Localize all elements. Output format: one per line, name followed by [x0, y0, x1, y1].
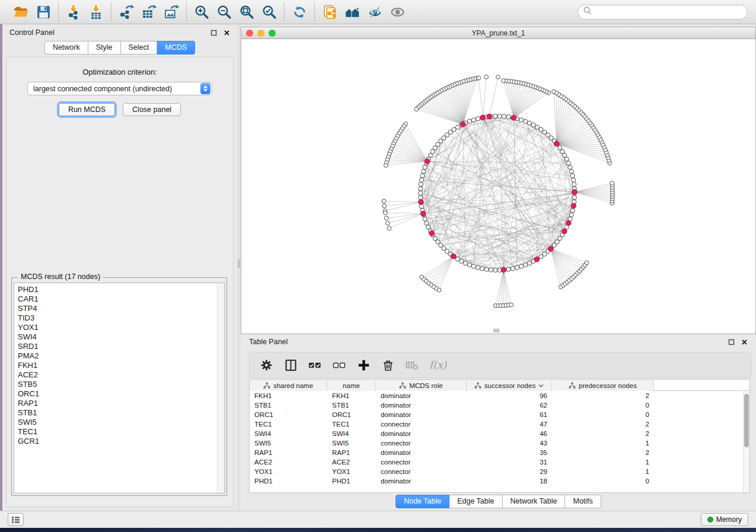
network-hub-node[interactable]	[501, 267, 506, 272]
network-hub-node[interactable]	[548, 246, 553, 251]
network-node[interactable]	[524, 119, 528, 123]
table-cell[interactable]: 2	[552, 391, 654, 400]
network-node[interactable]	[493, 268, 497, 272]
zoom-in-icon[interactable]	[193, 4, 210, 20]
table-cell[interactable]: connector	[376, 438, 467, 448]
float-panel-icon[interactable]	[210, 29, 217, 36]
network-node[interactable]	[527, 261, 531, 265]
table-cell[interactable]: FKH1	[327, 391, 376, 400]
table-cell[interactable]: FKH1	[250, 391, 327, 400]
zoom-selected-icon[interactable]	[261, 4, 277, 20]
network-node[interactable]	[422, 169, 426, 174]
network-node[interactable]	[502, 79, 506, 83]
network-hub-node[interactable]	[429, 231, 434, 236]
save-session-icon[interactable]	[35, 4, 52, 20]
import-network-icon[interactable]	[65, 4, 82, 20]
table-cell[interactable]: 1	[552, 457, 654, 467]
table-cell[interactable]: ACE2	[250, 457, 327, 467]
result-list-scrollbar[interactable]	[217, 283, 224, 493]
table-cell[interactable]: RAP1	[250, 448, 327, 457]
network-node[interactable]	[572, 178, 576, 182]
network-node[interactable]	[515, 265, 519, 270]
table-row[interactable]: STB1STB1dominator620	[250, 400, 749, 410]
run-mcds-button[interactable]: Run MCDS	[59, 103, 115, 116]
table-cell[interactable]: dominator	[376, 429, 467, 438]
table-row[interactable]: FKH1FKH1dominator962	[250, 391, 749, 400]
zoom-fit-icon[interactable]	[238, 4, 255, 20]
network-hub-node[interactable]	[512, 116, 516, 120]
column-header-successor-nodes[interactable]: successor nodes	[467, 380, 552, 391]
network-hub-node[interactable]	[419, 200, 423, 204]
network-node[interactable]	[467, 263, 471, 267]
horizontal-splitter-grip[interactable]	[493, 329, 499, 332]
import-table-icon[interactable]	[88, 4, 104, 20]
mcds-result-item[interactable]: STP4	[14, 304, 224, 313]
mcds-result-item[interactable]: CAR1	[14, 294, 224, 304]
network-node[interactable]	[552, 89, 556, 94]
network-node[interactable]	[572, 182, 576, 187]
toggle-graphics-icon[interactable]	[389, 4, 406, 20]
network-from-file-icon[interactable]	[321, 4, 338, 20]
table-cell[interactable]: dominator	[376, 476, 467, 486]
network-node[interactable]	[382, 204, 387, 208]
network-node[interactable]	[496, 75, 500, 79]
table-cell[interactable]: connector	[376, 467, 467, 476]
table-cell[interactable]: 0	[552, 400, 654, 410]
table-cell[interactable]: 18	[467, 476, 552, 486]
table-cell[interactable]: 1	[552, 467, 654, 476]
network-hub-node[interactable]	[534, 257, 539, 262]
toggle-style-icon[interactable]	[366, 4, 383, 20]
network-node[interactable]	[480, 267, 484, 271]
network-hub-node[interactable]	[487, 114, 492, 119]
mcds-result-item[interactable]: SRD1	[14, 342, 224, 351]
mcds-result-item[interactable]: STB5	[14, 380, 224, 389]
table-cell[interactable]: 47	[467, 419, 552, 429]
memory-button[interactable]: Memory	[701, 513, 748, 526]
table-cell[interactable]: 0	[552, 476, 654, 486]
network-node[interactable]	[471, 118, 476, 122]
network-node[interactable]	[484, 75, 489, 79]
network-node[interactable]	[423, 217, 427, 221]
table-cell[interactable]: 62	[467, 400, 552, 410]
table-cell[interactable]: 61	[467, 410, 552, 419]
network-node[interactable]	[419, 196, 423, 200]
network-node[interactable]	[497, 114, 502, 118]
column-header-name[interactable]: name	[327, 380, 376, 391]
table-scrollbar[interactable]	[743, 392, 749, 492]
refresh-icon[interactable]	[291, 4, 308, 20]
mcds-result-item[interactable]: GCR1	[14, 437, 224, 446]
table-cell[interactable]: dominator	[376, 391, 467, 400]
network-node[interactable]	[418, 191, 422, 195]
split-view-icon[interactable]	[283, 358, 298, 372]
table-cell[interactable]: dominator	[376, 410, 467, 419]
add-row-icon[interactable]	[356, 358, 371, 372]
network-node[interactable]	[511, 267, 515, 271]
table-row[interactable]: PHD1PHD1dominator180	[250, 476, 749, 486]
zoom-out-icon[interactable]	[216, 4, 232, 20]
table-cell[interactable]: SWI4	[327, 429, 376, 438]
network-hub-node[interactable]	[461, 122, 465, 127]
network-node[interactable]	[420, 174, 425, 178]
mcds-result-item[interactable]: FKH1	[14, 361, 224, 370]
table-cell[interactable]: 2	[552, 429, 654, 438]
table-cell[interactable]: 29	[467, 467, 552, 476]
network-node[interactable]	[569, 169, 573, 174]
tab-style[interactable]: Style	[88, 41, 121, 55]
splitter-grip[interactable]	[238, 259, 240, 268]
export-table-icon[interactable]	[141, 4, 157, 20]
table-cell[interactable]: 0	[552, 410, 654, 419]
table-row[interactable]: ACE2ACE2connector311	[250, 457, 749, 467]
mcds-result-list[interactable]: PHD1CAR1STP4TID3YOX1SWI4SRD1PMA2FKH1ACE2…	[14, 283, 225, 493]
network-node[interactable]	[463, 261, 467, 265]
task-history-button[interactable]	[8, 513, 24, 526]
network-hub-node[interactable]	[451, 254, 455, 258]
table-cell[interactable]: SWI5	[250, 438, 327, 448]
network-node[interactable]	[477, 76, 481, 80]
tab-network-table[interactable]: Network Table	[503, 495, 566, 508]
optimization-criterion-dropdown[interactable]: largest connected component (undirected)	[27, 82, 212, 95]
network-hub-node[interactable]	[554, 141, 559, 146]
export-network-icon[interactable]	[118, 4, 135, 20]
network-node[interactable]	[471, 264, 476, 268]
network-node[interactable]	[476, 117, 480, 121]
table-row[interactable]: SWI5SWI5connector431	[250, 438, 749, 448]
